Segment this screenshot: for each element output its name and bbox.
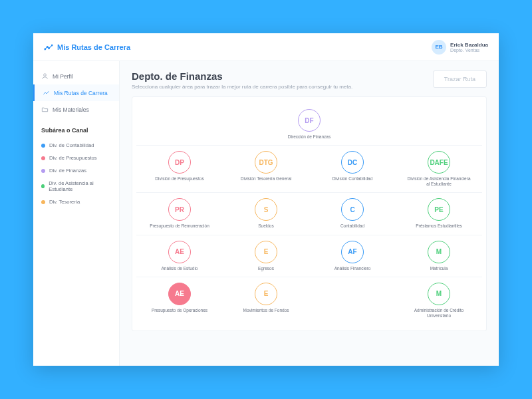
legend-label: Div. de Finanzas (49, 168, 86, 174)
org-node-label: Presupuesto de Remuneración (150, 223, 209, 229)
org-node[interactable]: MMatrícula (396, 241, 482, 271)
org-node[interactable]: SSueldos (223, 198, 309, 229)
page-subtitle: Selecciona cualquier área para trazar la… (132, 84, 352, 90)
main-content: Depto. de Finanzas Selecciona cualquier … (120, 61, 499, 366)
org-node-circle: E (255, 283, 277, 305)
org-node-label: Contabilidad (340, 223, 364, 229)
org-node-circle: S (255, 198, 277, 221)
org-node-label: Egresos (258, 266, 274, 271)
org-node-label: Análisis Financiero (334, 266, 371, 271)
user-role: Depto. Ventas (450, 48, 488, 53)
org-node-label: División de Asistencia Financiera al Est… (406, 176, 472, 187)
org-node-circle: DF (298, 109, 321, 132)
org-node[interactable]: DPDivisión de Presupuestos (136, 151, 223, 187)
org-node-circle: DC (341, 151, 364, 174)
chart-line-icon (44, 43, 53, 52)
svg-point-4 (44, 74, 47, 76)
org-node-circle: AF (341, 241, 364, 263)
legend-item[interactable]: Div. de Asistencia al Estudiante (33, 177, 119, 196)
legend-dot (41, 169, 45, 173)
org-node-label: División Tesorería General (241, 176, 291, 182)
org-node[interactable]: AFAnálisis Financiero (309, 241, 396, 271)
page-title: Depto. de Finanzas (132, 70, 352, 82)
app-window: Mis Rutas de Carrera EB Erick Bazaldua D… (33, 33, 499, 366)
nav-label: Mis Rutas de Carrera (54, 90, 108, 96)
org-node-circle: DP (168, 151, 191, 174)
org-node-circle: E (255, 241, 277, 263)
user-block[interactable]: EB Erick Bazaldua Depto. Ventas (432, 40, 488, 55)
org-node[interactable]: EEgresos (223, 241, 309, 271)
org-node-label: Movimientos de Fondos (243, 308, 289, 313)
org-node[interactable]: MAdministración de Crédito Universitario (396, 283, 482, 319)
org-node-label: Préstamos Estudiantiles (416, 223, 462, 229)
org-node-label: Dirección de Finanzas (288, 134, 331, 140)
org-node-circle: M (428, 241, 450, 263)
legend-item[interactable]: Div. de Finanzas (33, 164, 119, 177)
brand[interactable]: Mis Rutas de Carrera (44, 43, 130, 52)
org-node[interactable]: CContabilidad (309, 198, 396, 229)
legend-label: Div. de Presupuestos (49, 155, 97, 161)
legend-item[interactable]: Div. de Presupuestos (33, 152, 119, 164)
user-name: Erick Bazaldua (450, 42, 488, 48)
nav-profile[interactable]: Mi Perfil (33, 68, 119, 84)
org-node[interactable]: DTGDivisión Tesorería General (223, 151, 309, 187)
org-node-circle: AE (168, 283, 191, 305)
nav-career-paths[interactable]: Mis Rutas de Carrera (33, 84, 119, 101)
legend-item[interactable]: Div. de Contabilidad (33, 139, 119, 152)
folder-icon (41, 106, 49, 113)
legend-label: Div. Tesorería (49, 199, 80, 205)
org-node-label: Administración de Crédito Universitario (406, 308, 472, 319)
org-node-circle: DTG (255, 151, 277, 174)
legend-dot (41, 200, 45, 204)
org-node-circle: PE (428, 198, 450, 221)
nav-materials[interactable]: Mis Materiales (33, 101, 119, 118)
org-node[interactable]: PEPréstamos Estudiantiles (396, 198, 482, 229)
chart-line-icon (43, 89, 50, 96)
legend-label: Div. de Asistencia al Estudiante (49, 180, 111, 192)
topbar: Mis Rutas de Carrera EB Erick Bazaldua D… (33, 33, 499, 61)
org-node-circle: AE (168, 241, 191, 263)
legend-item[interactable]: Div. Tesorería (33, 196, 119, 208)
org-node[interactable]: DFDirección de Finanzas (136, 109, 482, 140)
org-node-label: Análisis de Estudio (162, 266, 198, 271)
nav-label: Mis Materiales (53, 106, 89, 113)
org-node-label: División de Presupuestos (155, 176, 203, 182)
org-node[interactable]: DCDivisión Contabilidad (309, 151, 396, 187)
user-icon (41, 72, 49, 80)
sidebar: Mi Perfil Mis Rutas de Carrera Mis Mater… (33, 61, 120, 366)
trace-route-button[interactable]: Trazar Ruta (433, 70, 487, 88)
legend-label: Div. de Contabilidad (49, 142, 94, 148)
org-node[interactable]: DAFEDivisión de Asistencia Financiera al… (396, 151, 482, 187)
legend-dot (41, 144, 45, 148)
legend-title: Subárea o Canal (33, 118, 119, 139)
avatar: EB (432, 40, 446, 55)
legend-dot (41, 184, 45, 188)
org-node-label: Presupuesto de Operaciones (152, 308, 207, 313)
org-node-circle: C (341, 198, 364, 221)
org-node-circle: PR (168, 198, 191, 221)
org-node[interactable]: AEPresupuesto de Operaciones (136, 283, 223, 319)
nav-label: Mi Perfil (53, 73, 73, 80)
org-node-label: División Contabilidad (332, 176, 373, 182)
org-card: DFDirección de FinanzasDPDivisión de Pre… (132, 96, 487, 331)
brand-title: Mis Rutas de Carrera (57, 43, 130, 51)
org-node-label: Sueldos (258, 223, 274, 229)
org-node[interactable]: PRPresupuesto de Remuneración (136, 198, 223, 229)
org-node[interactable]: EMovimientos de Fondos (223, 283, 309, 319)
legend-dot (41, 156, 45, 160)
org-node-label: Matrícula (430, 266, 448, 271)
org-node[interactable]: AEAnálisis de Estudio (136, 241, 223, 271)
org-node (309, 283, 396, 319)
org-node-circle: M (428, 283, 450, 305)
org-node-circle: DAFE (428, 151, 450, 174)
